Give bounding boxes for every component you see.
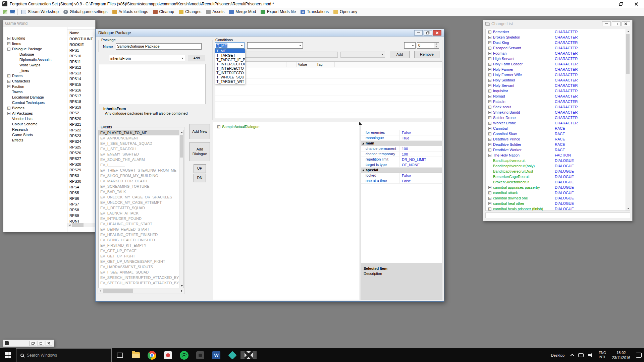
event-row[interactable]: EV_LAUNCH_ATTACK — [99, 210, 183, 216]
name-list-item[interactable]: RPS25 — [67, 144, 95, 150]
expander-icon[interactable]: + — [488, 31, 491, 34]
close-button[interactable] — [629, 0, 644, 8]
scroll-thumb[interactable] — [72, 223, 84, 227]
change-list-row[interactable]: + Fogman CHARACTER — [486, 51, 630, 56]
expander-icon[interactable]: + — [488, 73, 491, 76]
name-list-item[interactable]: RPS11 — [67, 59, 95, 65]
expander-icon[interactable]: + — [7, 42, 10, 45]
taskbar-app-button[interactable] — [176, 351, 192, 360]
change-list-row[interactable]: + Shek scout CHARACTER — [486, 104, 630, 110]
change-list-row[interactable]: + Paladin CHARACTER — [486, 99, 630, 104]
toolbar-button[interactable]: Export Mods file — [258, 8, 298, 15]
conditions-table-body[interactable] — [215, 67, 442, 119]
scroll-thumb[interactable] — [103, 289, 133, 293]
event-row[interactable]: EV_SCREAMING_TORTURE — [99, 184, 183, 189]
change-list-row[interactable]: BerserkerCageRecruit DIALOGUE — [486, 174, 630, 179]
event-row[interactable]: EV_PLAYER_TALK_TO_ME — [99, 130, 183, 135]
property-value[interactable]: 100 — [400, 152, 442, 156]
scroll-right-icon[interactable] — [179, 289, 184, 293]
desktop-toolbar-label[interactable]: Desktop — [547, 353, 569, 357]
expander-icon[interactable]: + — [7, 37, 10, 40]
tree-item[interactable]: Diplomatic Assaults — [3, 57, 67, 62]
event-row[interactable]: EV_BAR_TALK — [99, 189, 183, 194]
event-row[interactable]: EV_I_SEE_NEUTRAL_SQUAD — [99, 141, 183, 146]
expander-icon[interactable]: + — [7, 80, 10, 83]
expander-icon[interactable]: + — [217, 125, 220, 128]
name-list-item[interactable]: RPS21 — [67, 122, 95, 127]
taskbar-app-button[interactable] — [208, 351, 224, 359]
dn-button[interactable]: DN — [194, 174, 206, 182]
expander-icon[interactable]: + — [488, 154, 491, 157]
expander-icon[interactable]: + — [488, 63, 491, 66]
taskbar-search[interactable]: Search Windows — [16, 348, 112, 362]
change-list-row[interactable]: + Holy Farmer CHARACTER — [486, 67, 630, 72]
scroll-up-icon[interactable] — [179, 130, 184, 134]
taskbar-app-button[interactable] — [128, 352, 144, 358]
event-row[interactable]: EV_BEING_HEALED_START — [99, 227, 183, 232]
tree-item[interactable]: + Races — [3, 73, 67, 78]
event-row[interactable]: EV_ENEMY_SIGHTED — [99, 152, 183, 157]
toolbar-button[interactable]: Assets — [204, 8, 227, 15]
change-list-row[interactable]: BanditcaptiverecruitDust DIALOGUE — [486, 169, 630, 174]
event-row[interactable]: EV_GET_UP_UNNECESSARY_FIGHT — [99, 259, 183, 264]
tree-item[interactable]: + Characters — [3, 78, 67, 84]
change-list-row[interactable]: + Holy Farm Leader CHARACTER — [486, 61, 630, 67]
toolbar-button[interactable]: Global game settings — [61, 8, 110, 15]
toolbar-button[interactable]: Merge Mod — [227, 8, 258, 15]
clock[interactable]: 15:02 23/11/2016 — [609, 350, 634, 360]
name-list-item[interactable]: RPS15 — [67, 82, 95, 87]
minimized-child-window[interactable] — [3, 340, 54, 347]
change-list-row[interactable]: + Inquisitor CHARACTER — [486, 88, 630, 94]
taskbar-app-button[interactable] — [240, 351, 257, 359]
expander-icon[interactable]: + — [488, 95, 491, 98]
tray-device-button[interactable] — [576, 353, 586, 357]
expander-icon[interactable]: + — [7, 107, 10, 110]
expander-icon[interactable]: + — [7, 85, 10, 88]
expander-icon[interactable]: + — [488, 47, 491, 50]
event-row[interactable]: EV_I_SEE_RAGDOLL — [99, 146, 183, 152]
property-row[interactable]: chance permanent 100 — [361, 146, 442, 152]
property-value[interactable]: DR_NO_LIMIT — [400, 158, 442, 162]
property-value[interactable]: True — [400, 136, 442, 140]
toolbar-button[interactable]: Steam Workshop — [19, 8, 61, 15]
tree-item[interactable]: Word Swaps — [3, 62, 67, 68]
expander-icon[interactable]: + — [488, 79, 491, 82]
change-list-row[interactable]: + Holy Sentinel CHARACTER — [486, 77, 630, 83]
chevron-down-icon[interactable] — [180, 55, 185, 61]
name-list-item[interactable]: RPS28 — [67, 162, 95, 167]
expander-icon[interactable]: + — [488, 89, 491, 93]
change-list-row[interactable]: + cannibal appraises passerby DIALOGUE — [486, 185, 630, 190]
taskbar-app-button[interactable] — [160, 351, 176, 359]
tree-item[interactable]: Towns — [3, 89, 67, 95]
up-button[interactable]: UP — [194, 164, 206, 173]
name-list-item[interactable]: RPS9 — [67, 213, 95, 219]
dialog-titlebar[interactable]: Dialogue Package — [96, 29, 444, 37]
expander-icon[interactable]: + — [488, 207, 491, 210]
change-list-close-button[interactable] — [622, 21, 630, 26]
tree-item[interactable]: + Faction — [3, 84, 67, 89]
splitter-grip-icon[interactable] — [359, 122, 362, 125]
taskbar-app-button[interactable] — [192, 351, 208, 359]
inherits-from-combo[interactable]: inheritsFrom — [109, 55, 185, 61]
change-list-row[interactable]: + Broken Skeleton CHARACTER — [486, 35, 630, 40]
tree-item[interactable]: Research — [3, 127, 67, 132]
expander-icon[interactable]: + — [488, 52, 491, 55]
dialogue-tree-node[interactable]: + SampleActualDialogue — [217, 125, 359, 129]
expander-icon[interactable]: + — [488, 132, 491, 135]
event-row[interactable]: EV_GET_UP_PEACE — [99, 248, 183, 253]
property-row[interactable]: chance temporary 100 — [361, 152, 442, 157]
tree-item[interactable]: Colour Scheme — [3, 121, 67, 127]
name-list-item[interactable]: RPS24 — [67, 139, 95, 144]
expander-icon[interactable]: + — [488, 84, 491, 87]
name-list-item[interactable]: RPS16 — [67, 87, 95, 93]
event-row[interactable]: EV_THIEF_CAUGHT_STEALING_FROM_ME — [99, 168, 183, 173]
condition-remove-button[interactable]: Remove — [414, 51, 439, 58]
event-row[interactable]: EV_MARKED_FOR_DEATH — [99, 178, 183, 184]
expander-icon[interactable]: - — [7, 48, 10, 51]
chevron-down-icon[interactable] — [410, 43, 415, 48]
tree-item[interactable]: - Dialogue Package — [3, 46, 67, 52]
property-row[interactable]: target is type OT_NONE — [361, 162, 442, 168]
property-row[interactable]: repetition limit DR_NO_LIMIT — [361, 157, 442, 162]
tree-item[interactable]: Effects — [3, 137, 67, 143]
package-add-button[interactable]: Add — [188, 55, 205, 61]
